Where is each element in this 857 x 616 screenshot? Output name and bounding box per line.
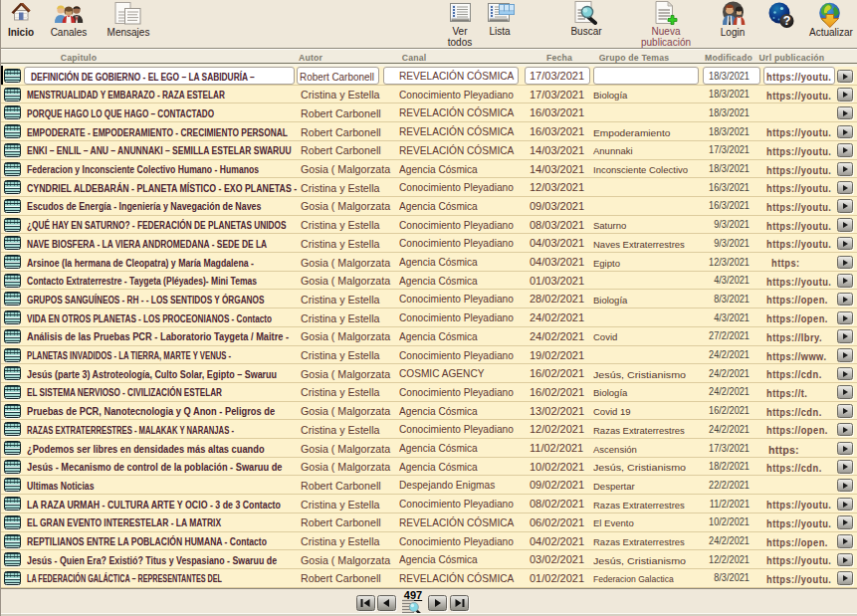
svg-text:?: ? <box>783 14 791 28</box>
